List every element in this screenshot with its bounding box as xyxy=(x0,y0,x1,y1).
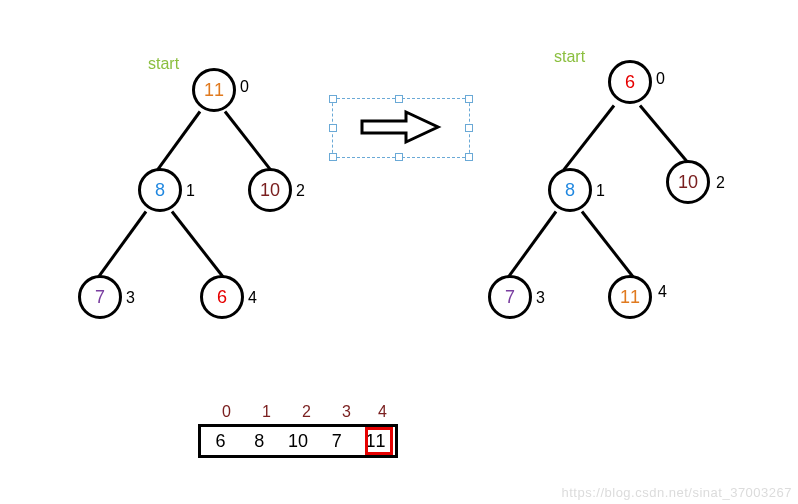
sel-handle-n[interactable] xyxy=(395,95,403,103)
array-index-1: 1 xyxy=(262,403,271,421)
watermark: https://blog.csdn.net/sinat_37003267 xyxy=(562,485,793,500)
edge-l-0-1 xyxy=(154,111,201,174)
right-node-3: 7 xyxy=(488,275,532,319)
left-node-2-index: 2 xyxy=(296,182,305,200)
right-node-4-index: 4 xyxy=(658,283,667,301)
left-node-2: 10 xyxy=(248,168,292,212)
sel-handle-sw[interactable] xyxy=(329,153,337,161)
array-cell-2: 10 xyxy=(279,431,318,452)
start-label-right: start xyxy=(554,48,585,66)
sel-handle-ne[interactable] xyxy=(465,95,473,103)
right-node-4: 11 xyxy=(608,275,652,319)
array-cell-3: 7 xyxy=(317,431,356,452)
left-node-0: 11 xyxy=(192,68,236,112)
right-node-3-index: 3 xyxy=(536,289,545,307)
sel-handle-w[interactable] xyxy=(329,124,337,132)
left-node-2-value: 10 xyxy=(260,180,280,201)
array-index-2: 2 xyxy=(302,403,311,421)
sel-handle-se[interactable] xyxy=(465,153,473,161)
edge-l-0-2 xyxy=(224,111,273,173)
left-node-3-value: 7 xyxy=(95,287,105,308)
diagram-canvas: start 11 0 8 1 10 2 7 3 6 4 start xyxy=(0,0,798,504)
left-node-0-index: 0 xyxy=(240,78,249,96)
sel-handle-e[interactable] xyxy=(465,124,473,132)
right-node-0-index: 0 xyxy=(656,70,665,88)
left-node-1: 8 xyxy=(138,168,182,212)
edge-r-1-4 xyxy=(581,211,636,281)
array-index-3: 3 xyxy=(342,403,351,421)
array-highlight xyxy=(365,427,393,455)
array-index-4: 4 xyxy=(378,403,387,421)
left-node-4-value: 6 xyxy=(217,287,227,308)
left-node-1-value: 8 xyxy=(155,180,165,201)
edge-r-1-3 xyxy=(504,211,557,282)
left-node-0-value: 11 xyxy=(204,80,224,101)
left-node-4-index: 4 xyxy=(248,289,257,307)
start-label-left: start xyxy=(148,55,179,73)
array-cell-0: 6 xyxy=(201,431,240,452)
sel-handle-nw[interactable] xyxy=(329,95,337,103)
right-node-1-value: 8 xyxy=(565,180,575,201)
right-node-2: 10 xyxy=(666,160,710,204)
arrow-icon[interactable] xyxy=(358,108,444,146)
right-node-1: 8 xyxy=(548,168,592,212)
edge-l-1-3 xyxy=(94,211,147,282)
edge-r-0-1 xyxy=(562,105,615,171)
edge-l-1-4 xyxy=(171,211,226,281)
left-node-4: 6 xyxy=(200,275,244,319)
right-node-3-value: 7 xyxy=(505,287,515,308)
left-node-1-index: 1 xyxy=(186,182,195,200)
right-node-0: 6 xyxy=(608,60,652,104)
array-index-0: 0 xyxy=(222,403,231,421)
array-cell-1: 8 xyxy=(240,431,279,452)
right-node-2-index: 2 xyxy=(716,174,725,192)
sel-handle-s[interactable] xyxy=(395,153,403,161)
left-node-3-index: 3 xyxy=(126,289,135,307)
edge-r-0-2 xyxy=(639,105,691,167)
right-node-4-value: 11 xyxy=(620,287,640,308)
right-node-2-value: 10 xyxy=(678,172,698,193)
left-node-3: 7 xyxy=(78,275,122,319)
right-node-0-value: 6 xyxy=(625,72,635,93)
right-node-1-index: 1 xyxy=(596,182,605,200)
